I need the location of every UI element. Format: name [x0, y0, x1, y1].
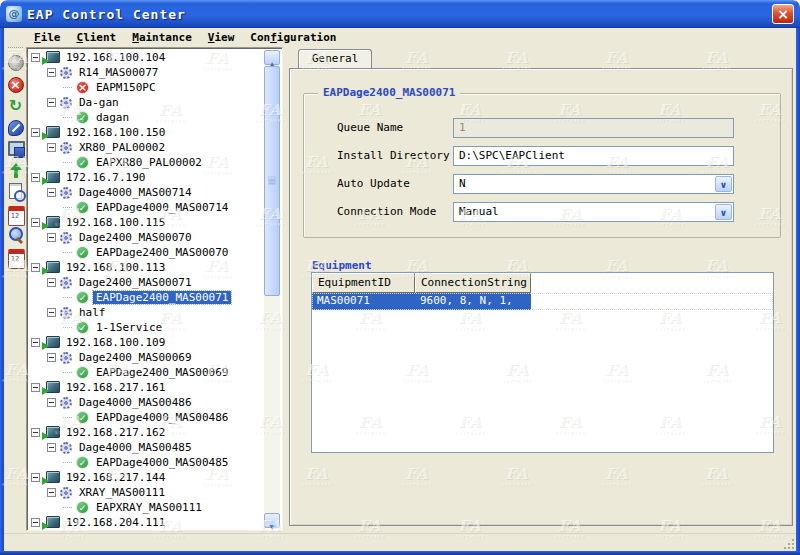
tree-node-label: Dage4000_MAS00486	[76, 396, 195, 409]
window-border-left	[0, 26, 4, 555]
toolbar-grip[interactable]	[8, 47, 23, 50]
connection-mode-select[interactable]: Manual	[453, 202, 734, 222]
expand-toggle[interactable]	[31, 128, 40, 137]
computer-icon	[44, 51, 59, 64]
expand-toggle[interactable]	[47, 398, 56, 407]
column-header-connectionstring[interactable]: ConnectionString	[415, 273, 531, 293]
tree-node[interactable]: Dage2400_MAS00070	[29, 230, 264, 245]
expand-toggle[interactable]	[31, 428, 40, 437]
tree-node[interactable]: EAPM150PC	[29, 80, 264, 95]
tree-node[interactable]: Dage2400_MAS00071	[29, 275, 264, 290]
tree-node[interactable]: 192.168.100.113	[29, 260, 264, 275]
tree-node[interactable]: EAPDage2400_MAS00070	[29, 245, 264, 260]
tree-node[interactable]: EAPXR80_PAL00002	[29, 155, 264, 170]
toolbar-icons	[4, 53, 27, 267]
tree-node[interactable]: 192.168.100.150	[29, 125, 264, 140]
equipment-table: EquipmentID ConnectionString MAS00071960…	[311, 272, 774, 453]
status-ok-icon	[76, 111, 89, 124]
expand-toggle[interactable]	[47, 98, 56, 107]
tree-node[interactable]: 192.168.217.144	[29, 470, 264, 485]
expand-toggle[interactable]	[47, 188, 56, 197]
upload-icon[interactable]	[6, 161, 26, 181]
tree-node[interactable]: EAPDage4000_MAS00485	[29, 455, 264, 470]
chevron-down-icon[interactable]	[715, 204, 732, 220]
tree-node[interactable]: 192.168.204.111	[29, 515, 264, 530]
menu-configuration[interactable]: Configuration	[242, 30, 344, 45]
tree-node[interactable]: EAPXRAY_MAS00111	[29, 500, 264, 515]
scroll-down-icon[interactable]	[264, 513, 280, 528]
search-icon[interactable]	[6, 225, 26, 245]
expand-toggle[interactable]	[47, 308, 56, 317]
compass-icon[interactable]	[6, 118, 26, 138]
expand-toggle[interactable]	[31, 473, 40, 482]
titlebar[interactable]: @ EAP Control Center	[0, 0, 800, 28]
expand-toggle[interactable]	[31, 53, 40, 62]
gear-icon	[60, 187, 72, 199]
refresh-icon[interactable]	[6, 96, 26, 116]
expand-toggle[interactable]	[31, 383, 40, 392]
gear-icon	[60, 67, 72, 79]
tree-node[interactable]: Dage4000_MAS00485	[29, 440, 264, 455]
queue-name-input[interactable]: 1	[453, 118, 734, 138]
install-directory-input[interactable]: D:\SPC\EAPClient	[453, 146, 734, 166]
tree-node[interactable]: Dage4000_MAS00714	[29, 185, 264, 200]
calendar-icon[interactable]	[6, 204, 26, 224]
tree-node[interactable]: 192.168.100.115	[29, 215, 264, 230]
tab-general[interactable]: General	[298, 49, 372, 68]
tree-node[interactable]: 192.168.100.104	[29, 50, 264, 65]
expand-toggle[interactable]	[47, 233, 56, 242]
tree-node[interactable]: 192.168.217.161	[29, 380, 264, 395]
tree-node[interactable]: EAPDage2400_MAS00069	[29, 365, 264, 380]
status-ok-icon	[76, 366, 89, 379]
auto-update-select[interactable]: N	[453, 174, 734, 194]
expand-toggle[interactable]	[47, 488, 56, 497]
tree-scrollbar[interactable]	[264, 50, 280, 528]
table-row[interactable]: MAS000719600, 8, N, 1, COM1	[312, 293, 773, 310]
tree-node[interactable]: EAPDage4000_MAS00486	[29, 410, 264, 425]
preview-icon[interactable]	[6, 182, 26, 202]
menu-file[interactable]: File	[26, 30, 69, 45]
tree-node[interactable]: XR80_PAL00002	[29, 140, 264, 155]
group-heading: EAPDage2400_MAS00071	[318, 86, 460, 99]
menu-maintance[interactable]: Maintance	[124, 30, 200, 45]
expand-toggle[interactable]	[31, 338, 40, 347]
tree-connector	[63, 162, 72, 163]
tree-node[interactable]: EAPDage2400_MAS00071	[29, 290, 264, 305]
tree-node[interactable]: Da-gan	[29, 95, 264, 110]
menu-client[interactable]: Client	[69, 30, 125, 45]
expand-toggle[interactable]	[47, 443, 56, 452]
menu-view[interactable]: View	[200, 30, 243, 45]
tree-node[interactable]: 1-1Service	[29, 320, 264, 335]
expand-toggle[interactable]	[31, 518, 40, 527]
save-computer-icon[interactable]	[6, 139, 26, 159]
close-button[interactable]	[772, 4, 794, 24]
gear-icon	[60, 277, 72, 289]
tree-node[interactable]: Dage4000_MAS00486	[29, 395, 264, 410]
tree-node[interactable]: dagan	[29, 110, 264, 125]
chevron-down-icon[interactable]	[715, 176, 732, 192]
resize-grip-icon[interactable]	[782, 537, 795, 550]
expand-toggle[interactable]	[31, 218, 40, 227]
expand-toggle[interactable]	[47, 68, 56, 77]
tree-node[interactable]: 192.168.100.109	[29, 335, 264, 350]
expand-toggle[interactable]	[47, 143, 56, 152]
column-header-equipmentid[interactable]: EquipmentID	[312, 273, 415, 293]
toolbar	[4, 46, 27, 551]
tree-node[interactable]: 172.16.7.190	[29, 170, 264, 185]
tree-node[interactable]: half	[29, 305, 264, 320]
scroll-up-icon[interactable]	[264, 50, 280, 65]
expand-toggle[interactable]	[31, 263, 40, 272]
tree-node[interactable]: Dage2400_MAS00069	[29, 350, 264, 365]
expand-toggle[interactable]	[47, 278, 56, 287]
tree-node[interactable]: 192.168.217.162	[29, 425, 264, 440]
tree-node[interactable]: R14_MAS00077	[29, 65, 264, 80]
clock-icon[interactable]	[6, 53, 26, 73]
expand-toggle[interactable]	[47, 353, 56, 362]
calendar-2-icon[interactable]	[6, 247, 26, 267]
stop-icon[interactable]	[6, 75, 26, 95]
tree-node-label: Dage4000_MAS00714	[76, 186, 195, 199]
tree-node[interactable]: XRAY_MAS00111	[29, 485, 264, 500]
scroll-thumb[interactable]	[264, 66, 280, 296]
expand-toggle[interactable]	[31, 173, 40, 182]
tree-node[interactable]: EAPDage4000_MAS00714	[29, 200, 264, 215]
